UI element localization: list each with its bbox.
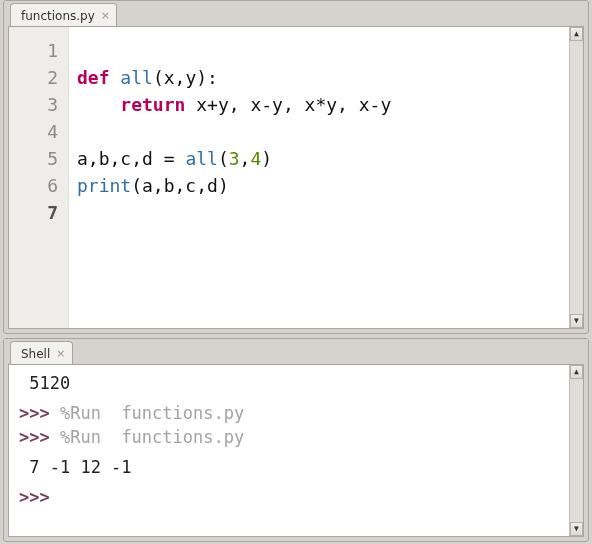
shell-body[interactable]: 5120>>> %Run functions.py >>> %Run funct… — [9, 365, 569, 536]
close-icon[interactable]: × — [56, 348, 65, 359]
editor-tab-label: functions.py — [21, 9, 95, 23]
scrollbar-down-icon[interactable]: ▼ — [570, 314, 583, 328]
editor-content: 1234567 def all(x,y): return x+y, x-y, x… — [8, 26, 584, 329]
shell-run-cmd-2: %Run functions.py — [60, 427, 244, 447]
scrollbar-up-icon[interactable]: ▲ — [570, 365, 583, 379]
code-line[interactable]: print(a,b,c,d) — [77, 172, 561, 199]
close-icon[interactable]: × — [101, 10, 110, 21]
editor-pane: functions.py × 1234567 def all(x,y): ret… — [3, 0, 589, 334]
editor-tabstrip: functions.py × — [4, 1, 588, 26]
line-number: 7 — [9, 199, 68, 226]
shell-tab[interactable]: Shell × — [10, 341, 73, 365]
code-line[interactable] — [77, 37, 561, 64]
line-number: 2 — [9, 64, 68, 91]
shell-run-cmd-1: %Run functions.py — [60, 403, 244, 423]
shell-tab-label: Shell — [21, 347, 50, 361]
line-number: 1 — [9, 37, 68, 64]
line-number: 4 — [9, 118, 68, 145]
scrollbar-down-icon[interactable]: ▼ — [570, 522, 583, 536]
line-number: 6 — [9, 172, 68, 199]
code-line[interactable]: def all(x,y): — [77, 64, 561, 91]
shell-prompt: >>> — [19, 427, 50, 447]
shell-prompt-input[interactable]: >>> — [19, 487, 50, 507]
editor-tab-functions[interactable]: functions.py × — [10, 3, 117, 27]
editor-scrollbar[interactable]: ▲ ▼ — [569, 27, 583, 328]
shell-pane: Shell × 5120>>> %Run functions.py >>> %R… — [3, 338, 589, 542]
scrollbar-track[interactable] — [570, 41, 583, 314]
code-line[interactable] — [77, 118, 561, 145]
shell-content: 5120>>> %Run functions.py >>> %Run funct… — [8, 364, 584, 537]
shell-prompt: >>> — [19, 403, 50, 423]
scrollbar-up-icon[interactable]: ▲ — [570, 27, 583, 41]
code-line[interactable] — [77, 199, 561, 226]
code-area[interactable]: def all(x,y): return x+y, x-y, x*y, x-y … — [69, 27, 569, 328]
scrollbar-track[interactable] — [570, 379, 583, 522]
line-number: 5 — [9, 145, 68, 172]
code-line[interactable]: a,b,c,d = all(3,4) — [77, 145, 561, 172]
shell-tabstrip: Shell × — [4, 339, 588, 364]
editor-body[interactable]: 1234567 def all(x,y): return x+y, x-y, x… — [9, 27, 569, 328]
code-line[interactable]: return x+y, x-y, x*y, x-y — [77, 91, 561, 118]
line-number: 3 — [9, 91, 68, 118]
shell-scrollbar[interactable]: ▲ ▼ — [569, 365, 583, 536]
shell-output: 7 -1 12 -1 — [19, 457, 132, 477]
shell-output-prev: 5120 — [19, 373, 70, 393]
line-number-gutter: 1234567 — [9, 27, 69, 328]
